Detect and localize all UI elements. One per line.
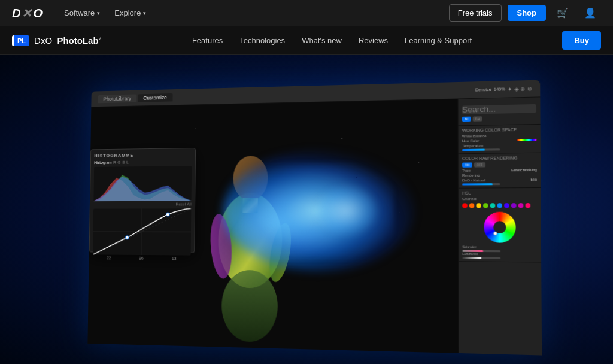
- color-dot-magenta[interactable]: [518, 203, 524, 208]
- hue-color-control: Hue Color: [462, 138, 536, 142]
- luminance-slider[interactable]: [462, 257, 500, 259]
- learning-support-nav-item[interactable]: Learning & Support: [397, 32, 479, 48]
- buy-button[interactable]: Buy: [562, 31, 601, 50]
- saturation-slider[interactable]: [462, 250, 500, 252]
- hsl-title: HSL: [462, 190, 537, 195]
- svg-line-7: [93, 232, 191, 232]
- raw-off-toggle[interactable]: OFF: [474, 162, 485, 167]
- intensity-control: DxO - Natural 100: [462, 178, 537, 182]
- features-nav-item[interactable]: Features: [185, 32, 230, 48]
- white-balance-label: White Balance: [462, 134, 487, 138]
- panel-search-input[interactable]: [462, 104, 536, 114]
- customize-tab[interactable]: Customize: [138, 93, 172, 102]
- color-wheel-handle[interactable]: [493, 232, 497, 235]
- monitor-screen: PhotoLibrary Customize Denoize 140% ✦ ◈ …: [87, 80, 542, 356]
- histogram-tabs: Histogram R G B L: [94, 160, 192, 165]
- color-raw-rendering-section: Color RAW Rendering ON OFF Type Generic …: [459, 153, 541, 188]
- reset-all-label[interactable]: Reset All: [175, 202, 191, 207]
- curve-svg: [93, 208, 191, 255]
- technologies-nav-item[interactable]: Technologies: [232, 32, 292, 48]
- saturation-label: Saturation: [462, 245, 477, 248]
- histogram-panel: HISTOGRAMME Histogram R G B L: [89, 148, 196, 253]
- white-balance-control: White Balance: [462, 133, 536, 138]
- explore-menu-item[interactable]: Explore ▾: [108, 5, 152, 21]
- account-icon[interactable]: 👤: [579, 5, 601, 21]
- temperature-slider[interactable]: [462, 148, 500, 151]
- zoom-level: 140%: [494, 87, 505, 92]
- color-dot-violet[interactable]: [511, 203, 517, 208]
- working-color-space-section: Working Color Space White Balance Hue Co…: [459, 124, 541, 153]
- top-navigation: D✕O Software ▾ Explore ▾ Free trials Sho…: [0, 0, 613, 26]
- hist-tab-l[interactable]: L: [126, 160, 129, 165]
- photo-background: HISTOGRAMME Histogram R G B L: [87, 99, 458, 353]
- top-nav-right: Free trials Shop 🛒 👤: [449, 4, 601, 22]
- toggle-row: All Cat: [462, 115, 536, 122]
- svg-point-10: [166, 213, 169, 216]
- hist-tab-histogram[interactable]: Histogram: [94, 160, 111, 165]
- product-nav-menu: Features Technologies What's new Reviews…: [185, 32, 479, 48]
- whats-new-nav-item[interactable]: What's new: [295, 32, 349, 48]
- hue-gradient-bar: [517, 139, 536, 141]
- svg-point-9: [125, 236, 129, 239]
- denoize-label: Denoize: [475, 87, 491, 92]
- color-dot-yellow[interactable]: [476, 203, 481, 208]
- color-dots: [462, 201, 537, 209]
- right-panel: All Cat Working Color Space White Balanc…: [457, 97, 542, 355]
- hist-tab-b[interactable]: B: [122, 160, 125, 165]
- channel-label: Channel: [462, 196, 477, 200]
- color-dot-indigo[interactable]: [504, 203, 509, 208]
- saturation-fill: [462, 250, 483, 251]
- svg-point-5: [221, 270, 278, 342]
- curve-val-1: 22: [107, 256, 111, 260]
- product-name: DxO PhotoLab7: [34, 35, 102, 46]
- working-color-space-title: Working Color Space: [462, 127, 536, 132]
- raw-on-toggle[interactable]: ON: [462, 162, 472, 167]
- pl-badge: PL: [12, 35, 29, 46]
- all-toggle[interactable]: All: [462, 116, 471, 121]
- temperature-label: Temperature: [462, 144, 483, 148]
- explore-caret: ▾: [143, 10, 146, 16]
- type-label: Type: [462, 168, 471, 172]
- pl-badge-text: PL: [17, 37, 26, 44]
- color-dot-orange[interactable]: [469, 203, 474, 208]
- dxo-logo[interactable]: D✕O: [12, 6, 44, 20]
- type-value: Generic rendering: [511, 168, 537, 172]
- color-dot-red[interactable]: [462, 203, 467, 208]
- shop-button[interactable]: Shop: [508, 5, 547, 21]
- hist-tab-r[interactable]: R: [113, 160, 116, 165]
- top-nav-menu: Software ▾ Explore ▾: [58, 5, 152, 21]
- curve-val-3: 13: [172, 256, 176, 260]
- cat-toggle[interactable]: Cat: [472, 116, 482, 121]
- color-dot-green[interactable]: [483, 203, 488, 208]
- version-sup: 7: [99, 35, 102, 41]
- color-wheel[interactable]: [484, 211, 516, 242]
- image-area: HISTOGRAMME Histogram R G B L: [87, 99, 458, 353]
- color-dot-blue[interactable]: [497, 203, 502, 208]
- intensity-fill: [462, 183, 493, 185]
- free-trials-button[interactable]: Free trials: [449, 4, 502, 22]
- raw-toggle-row: ON OFF: [462, 162, 537, 167]
- luminance-label: Luminance: [462, 251, 478, 255]
- luminance-control: Luminance: [462, 251, 537, 256]
- color-dot-pink[interactable]: [526, 203, 531, 208]
- photo-library-tab[interactable]: PhotoLibrary: [98, 94, 136, 103]
- top-nav-left: D✕O Software ▾ Explore ▾: [12, 5, 152, 21]
- color-dot-teal[interactable]: [490, 203, 496, 208]
- reviews-nav-item[interactable]: Reviews: [351, 32, 395, 48]
- histogram-graph: [93, 166, 192, 201]
- hist-tab-g[interactable]: G: [117, 160, 120, 165]
- brand-text: DxO: [34, 35, 52, 46]
- histogram-svg: [93, 166, 192, 201]
- monitor-mockup: PhotoLibrary Customize Denoize 140% ✦ ◈ …: [48, 85, 563, 364]
- channel-control: Channel: [462, 196, 537, 201]
- intensity-value: 100: [530, 178, 537, 181]
- product-navigation: PL DxO PhotoLab7 Features Technologies W…: [0, 26, 613, 55]
- cart-icon[interactable]: 🛒: [552, 5, 573, 21]
- rendering-control: Rendering: [462, 173, 537, 177]
- curve-val-2: 96: [139, 256, 143, 260]
- software-menu-item[interactable]: Software ▾: [58, 5, 106, 21]
- intensity-slider[interactable]: [462, 183, 500, 185]
- software-label: Software: [64, 8, 95, 17]
- app-main: HISTOGRAMME Histogram R G B L: [87, 97, 542, 355]
- app-tabs: PhotoLibrary Customize: [98, 93, 172, 102]
